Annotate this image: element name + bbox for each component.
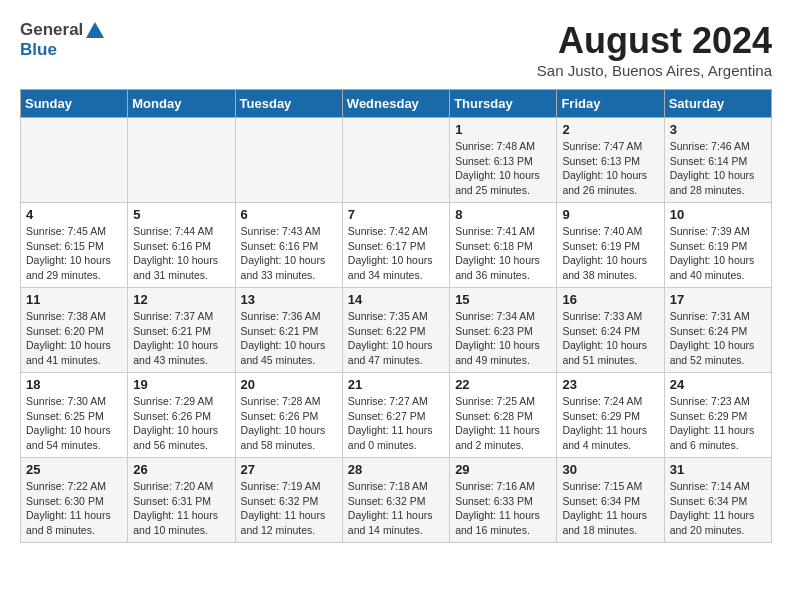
calendar-cell: 28Sunrise: 7:18 AM Sunset: 6:32 PM Dayli…: [342, 458, 449, 543]
calendar-cell: 20Sunrise: 7:28 AM Sunset: 6:26 PM Dayli…: [235, 373, 342, 458]
day-info: Sunrise: 7:42 AM Sunset: 6:17 PM Dayligh…: [348, 224, 444, 283]
calendar-cell: 25Sunrise: 7:22 AM Sunset: 6:30 PM Dayli…: [21, 458, 128, 543]
day-info: Sunrise: 7:44 AM Sunset: 6:16 PM Dayligh…: [133, 224, 229, 283]
col-header-sunday: Sunday: [21, 90, 128, 118]
calendar-subtitle: San Justo, Buenos Aires, Argentina: [537, 62, 772, 79]
calendar-title: August 2024: [537, 20, 772, 62]
col-header-monday: Monday: [128, 90, 235, 118]
day-number: 30: [562, 462, 658, 477]
day-number: 10: [670, 207, 766, 222]
day-number: 23: [562, 377, 658, 392]
col-header-thursday: Thursday: [450, 90, 557, 118]
day-info: Sunrise: 7:37 AM Sunset: 6:21 PM Dayligh…: [133, 309, 229, 368]
calendar-cell: 27Sunrise: 7:19 AM Sunset: 6:32 PM Dayli…: [235, 458, 342, 543]
day-info: Sunrise: 7:38 AM Sunset: 6:20 PM Dayligh…: [26, 309, 122, 368]
day-number: 15: [455, 292, 551, 307]
calendar-cell: 19Sunrise: 7:29 AM Sunset: 6:26 PM Dayli…: [128, 373, 235, 458]
day-number: 27: [241, 462, 337, 477]
calendar-cell: 12Sunrise: 7:37 AM Sunset: 6:21 PM Dayli…: [128, 288, 235, 373]
day-info: Sunrise: 7:48 AM Sunset: 6:13 PM Dayligh…: [455, 139, 551, 198]
calendar-cell: 31Sunrise: 7:14 AM Sunset: 6:34 PM Dayli…: [664, 458, 771, 543]
day-number: 2: [562, 122, 658, 137]
col-header-tuesday: Tuesday: [235, 90, 342, 118]
logo-blue: Blue: [20, 40, 57, 59]
calendar-cell: 9Sunrise: 7:40 AM Sunset: 6:19 PM Daylig…: [557, 203, 664, 288]
calendar-table: SundayMondayTuesdayWednesdayThursdayFrid…: [20, 89, 772, 543]
day-info: Sunrise: 7:29 AM Sunset: 6:26 PM Dayligh…: [133, 394, 229, 453]
day-info: Sunrise: 7:36 AM Sunset: 6:21 PM Dayligh…: [241, 309, 337, 368]
day-number: 26: [133, 462, 229, 477]
calendar-cell: 5Sunrise: 7:44 AM Sunset: 6:16 PM Daylig…: [128, 203, 235, 288]
day-info: Sunrise: 7:30 AM Sunset: 6:25 PM Dayligh…: [26, 394, 122, 453]
calendar-cell: 21Sunrise: 7:27 AM Sunset: 6:27 PM Dayli…: [342, 373, 449, 458]
day-info: Sunrise: 7:27 AM Sunset: 6:27 PM Dayligh…: [348, 394, 444, 453]
day-number: 19: [133, 377, 229, 392]
day-number: 21: [348, 377, 444, 392]
day-info: Sunrise: 7:28 AM Sunset: 6:26 PM Dayligh…: [241, 394, 337, 453]
logo: General Blue: [20, 20, 104, 60]
calendar-cell: [235, 118, 342, 203]
calendar-cell: 23Sunrise: 7:24 AM Sunset: 6:29 PM Dayli…: [557, 373, 664, 458]
day-info: Sunrise: 7:19 AM Sunset: 6:32 PM Dayligh…: [241, 479, 337, 538]
day-info: Sunrise: 7:31 AM Sunset: 6:24 PM Dayligh…: [670, 309, 766, 368]
logo-triangle: [86, 22, 104, 38]
calendar-cell: 6Sunrise: 7:43 AM Sunset: 6:16 PM Daylig…: [235, 203, 342, 288]
day-number: 14: [348, 292, 444, 307]
day-info: Sunrise: 7:39 AM Sunset: 6:19 PM Dayligh…: [670, 224, 766, 283]
calendar-cell: 26Sunrise: 7:20 AM Sunset: 6:31 PM Dayli…: [128, 458, 235, 543]
col-header-saturday: Saturday: [664, 90, 771, 118]
day-number: 1: [455, 122, 551, 137]
day-number: 29: [455, 462, 551, 477]
day-info: Sunrise: 7:20 AM Sunset: 6:31 PM Dayligh…: [133, 479, 229, 538]
page-header: General Blue August 2024 San Justo, Buen…: [20, 20, 772, 79]
day-number: 25: [26, 462, 122, 477]
day-info: Sunrise: 7:24 AM Sunset: 6:29 PM Dayligh…: [562, 394, 658, 453]
day-info: Sunrise: 7:23 AM Sunset: 6:29 PM Dayligh…: [670, 394, 766, 453]
day-number: 20: [241, 377, 337, 392]
day-number: 24: [670, 377, 766, 392]
calendar-cell: 13Sunrise: 7:36 AM Sunset: 6:21 PM Dayli…: [235, 288, 342, 373]
calendar-cell: 4Sunrise: 7:45 AM Sunset: 6:15 PM Daylig…: [21, 203, 128, 288]
day-number: 11: [26, 292, 122, 307]
day-number: 3: [670, 122, 766, 137]
day-info: Sunrise: 7:15 AM Sunset: 6:34 PM Dayligh…: [562, 479, 658, 538]
logo-general: General: [20, 20, 83, 40]
calendar-cell: 14Sunrise: 7:35 AM Sunset: 6:22 PM Dayli…: [342, 288, 449, 373]
day-number: 6: [241, 207, 337, 222]
calendar-cell: 24Sunrise: 7:23 AM Sunset: 6:29 PM Dayli…: [664, 373, 771, 458]
calendar-week-5: 25Sunrise: 7:22 AM Sunset: 6:30 PM Dayli…: [21, 458, 772, 543]
day-number: 4: [26, 207, 122, 222]
day-number: 16: [562, 292, 658, 307]
calendar-cell: 18Sunrise: 7:30 AM Sunset: 6:25 PM Dayli…: [21, 373, 128, 458]
calendar-week-2: 4Sunrise: 7:45 AM Sunset: 6:15 PM Daylig…: [21, 203, 772, 288]
calendar-cell: 3Sunrise: 7:46 AM Sunset: 6:14 PM Daylig…: [664, 118, 771, 203]
day-number: 17: [670, 292, 766, 307]
day-info: Sunrise: 7:40 AM Sunset: 6:19 PM Dayligh…: [562, 224, 658, 283]
day-number: 12: [133, 292, 229, 307]
calendar-cell: 16Sunrise: 7:33 AM Sunset: 6:24 PM Dayli…: [557, 288, 664, 373]
title-block: August 2024 San Justo, Buenos Aires, Arg…: [537, 20, 772, 79]
calendar-cell: [128, 118, 235, 203]
calendar-cell: 29Sunrise: 7:16 AM Sunset: 6:33 PM Dayli…: [450, 458, 557, 543]
day-number: 22: [455, 377, 551, 392]
day-number: 5: [133, 207, 229, 222]
day-info: Sunrise: 7:41 AM Sunset: 6:18 PM Dayligh…: [455, 224, 551, 283]
day-number: 8: [455, 207, 551, 222]
calendar-cell: [342, 118, 449, 203]
calendar-cell: 8Sunrise: 7:41 AM Sunset: 6:18 PM Daylig…: [450, 203, 557, 288]
calendar-cell: 7Sunrise: 7:42 AM Sunset: 6:17 PM Daylig…: [342, 203, 449, 288]
day-info: Sunrise: 7:18 AM Sunset: 6:32 PM Dayligh…: [348, 479, 444, 538]
day-info: Sunrise: 7:33 AM Sunset: 6:24 PM Dayligh…: [562, 309, 658, 368]
day-number: 13: [241, 292, 337, 307]
calendar-cell: 2Sunrise: 7:47 AM Sunset: 6:13 PM Daylig…: [557, 118, 664, 203]
calendar-week-4: 18Sunrise: 7:30 AM Sunset: 6:25 PM Dayli…: [21, 373, 772, 458]
calendar-cell: 10Sunrise: 7:39 AM Sunset: 6:19 PM Dayli…: [664, 203, 771, 288]
day-info: Sunrise: 7:14 AM Sunset: 6:34 PM Dayligh…: [670, 479, 766, 538]
calendar-cell: 30Sunrise: 7:15 AM Sunset: 6:34 PM Dayli…: [557, 458, 664, 543]
day-info: Sunrise: 7:16 AM Sunset: 6:33 PM Dayligh…: [455, 479, 551, 538]
day-info: Sunrise: 7:47 AM Sunset: 6:13 PM Dayligh…: [562, 139, 658, 198]
day-info: Sunrise: 7:46 AM Sunset: 6:14 PM Dayligh…: [670, 139, 766, 198]
day-info: Sunrise: 7:34 AM Sunset: 6:23 PM Dayligh…: [455, 309, 551, 368]
calendar-cell: [21, 118, 128, 203]
day-info: Sunrise: 7:45 AM Sunset: 6:15 PM Dayligh…: [26, 224, 122, 283]
